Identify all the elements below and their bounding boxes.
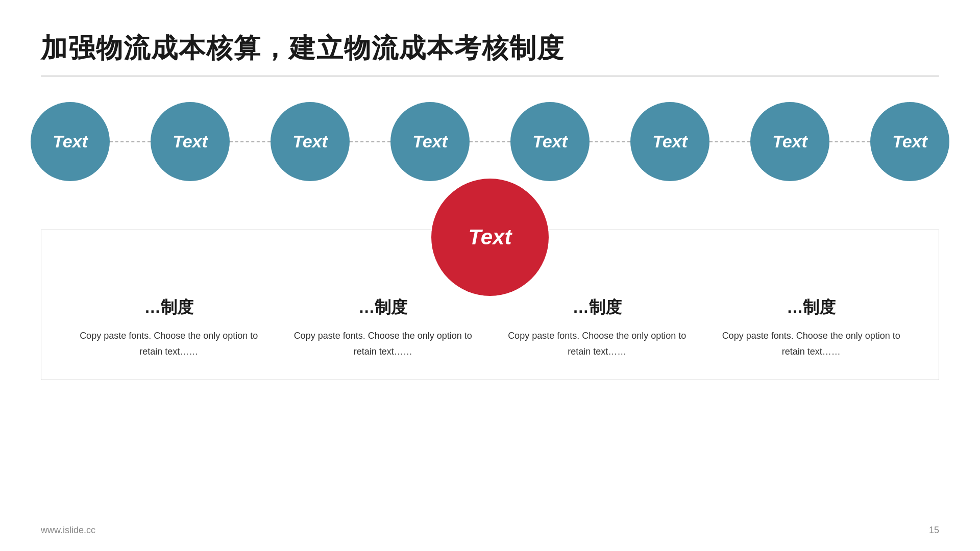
col-title-3: …制度 bbox=[787, 296, 836, 319]
circle-label-0: Text bbox=[53, 132, 88, 152]
col-body-0: Copy paste fonts. Choose the only option… bbox=[77, 328, 261, 359]
circle-label-2: Text bbox=[292, 132, 328, 152]
circle-label-7: Text bbox=[892, 132, 927, 152]
circle-connector-5 bbox=[709, 141, 750, 142]
circle-item-7: Text bbox=[870, 102, 949, 181]
circle-item-1: Text bbox=[151, 102, 271, 181]
red-circle-label: Text bbox=[469, 225, 512, 249]
circle-item-5: Text bbox=[630, 102, 750, 181]
circle-connector-6 bbox=[829, 141, 870, 142]
circles-row: TextTextTextTextTextTextTextText bbox=[41, 102, 939, 181]
circle-label-3: Text bbox=[412, 132, 448, 152]
footer-url: www.islide.cc bbox=[41, 525, 95, 536]
circle-connector-4 bbox=[590, 141, 630, 142]
footer-page: 15 bbox=[929, 525, 939, 536]
circle-label-4: Text bbox=[532, 132, 568, 152]
circle-4: Text bbox=[510, 102, 590, 181]
circle-6: Text bbox=[750, 102, 829, 181]
circle-item-3: Text bbox=[390, 102, 510, 181]
content-column-1: …制度Copy paste fonts. Choose the only opt… bbox=[276, 296, 491, 359]
circle-connector-1 bbox=[230, 141, 271, 142]
col-title-2: …制度 bbox=[573, 296, 622, 319]
circle-0: Text bbox=[31, 102, 110, 181]
circle-2: Text bbox=[271, 102, 350, 181]
title-divider bbox=[41, 76, 939, 77]
circle-label-6: Text bbox=[772, 132, 807, 152]
circle-item-4: Text bbox=[510, 102, 630, 181]
col-title-0: …制度 bbox=[144, 296, 193, 319]
circle-3: Text bbox=[390, 102, 470, 181]
circle-item-0: Text bbox=[31, 102, 151, 181]
col-title-1: …制度 bbox=[358, 296, 407, 319]
col-body-1: Copy paste fonts. Choose the only option… bbox=[291, 328, 475, 359]
circle-item-2: Text bbox=[271, 102, 390, 181]
circle-1: Text bbox=[151, 102, 230, 181]
circle-7: Text bbox=[870, 102, 949, 181]
red-circle-wrapper: Text bbox=[431, 179, 549, 296]
circle-item-6: Text bbox=[750, 102, 870, 181]
title-section: 加强物流成本核算，建立物流成本考核制度 bbox=[41, 31, 939, 77]
circle-label-5: Text bbox=[652, 132, 688, 152]
content-column-3: …制度Copy paste fonts. Choose the only opt… bbox=[704, 296, 919, 359]
slide: 加强物流成本核算，建立物流成本考核制度 TextTextTextTextText… bbox=[0, 0, 980, 551]
content-column-0: …制度Copy paste fonts. Choose the only opt… bbox=[62, 296, 276, 359]
page-title: 加强物流成本核算，建立物流成本考核制度 bbox=[41, 31, 939, 66]
circle-connector-0 bbox=[110, 141, 151, 142]
footer: www.islide.cc 15 bbox=[41, 525, 939, 536]
col-body-3: Copy paste fonts. Choose the only option… bbox=[720, 328, 903, 359]
red-circle: Text bbox=[431, 179, 549, 296]
circle-connector-2 bbox=[350, 141, 390, 142]
content-column-2: …制度Copy paste fonts. Choose the only opt… bbox=[490, 296, 704, 359]
col-body-2: Copy paste fonts. Choose the only option… bbox=[505, 328, 689, 359]
bottom-section: Text …制度Copy paste fonts. Choose the onl… bbox=[41, 230, 939, 380]
circle-connector-3 bbox=[470, 141, 510, 142]
circle-label-1: Text bbox=[173, 132, 208, 152]
circle-5: Text bbox=[630, 102, 709, 181]
